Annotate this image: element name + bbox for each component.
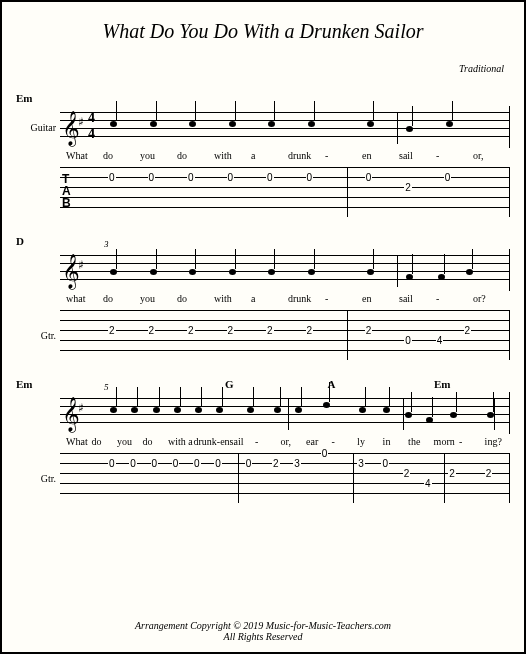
tab-fret-number: 0 (187, 172, 195, 183)
lyric-syllable: with (214, 150, 251, 161)
lyric-row: whatdoyoudowithadrunk-ensail-or? (16, 293, 510, 304)
lyric-syllable: or, (281, 436, 307, 447)
note-head (446, 121, 453, 127)
lyric-syllable: with (214, 293, 251, 304)
tab-fret-number: 2 (148, 325, 156, 336)
tab-fret-number: 4 (436, 335, 444, 346)
tab-fret-number: 0 (444, 172, 452, 183)
barline (353, 453, 354, 503)
barline (403, 398, 404, 430)
lyric-syllable: the (408, 436, 434, 447)
lyric-syllable: - (255, 436, 281, 447)
tab-clef-label: TAB (62, 173, 71, 209)
key-signature: ♯ (78, 258, 84, 273)
staff: 5𝄞♯ (60, 392, 510, 434)
lyric-syllable: do (103, 150, 140, 161)
lyric-syllable: or, (473, 150, 510, 161)
rights-line: All Rights Reserved (2, 631, 524, 642)
lyric-syllable: do (177, 150, 214, 161)
barline (238, 453, 239, 503)
chord-row: D (16, 235, 510, 249)
lyric-syllable: drunk (288, 150, 325, 161)
lyric-syllable: morn (434, 436, 460, 447)
note-head (110, 269, 117, 275)
composer-label: Traditional (16, 63, 504, 74)
lyric-syllable: What (66, 150, 103, 161)
note-head (268, 269, 275, 275)
notation-row: 5𝄞♯ (16, 392, 510, 434)
song-title: What Do You Do With a Drunken Sailor (16, 20, 510, 43)
note-head (189, 121, 196, 127)
tab-fret-number: 0 (404, 335, 412, 346)
lyric-syllable: a (251, 293, 288, 304)
note-head (229, 121, 236, 127)
lyric-syllable: - (325, 293, 362, 304)
lyric-syllable: - (325, 150, 362, 161)
note-head (247, 407, 254, 413)
note-head (195, 407, 202, 413)
tab-fret-number: 2 (448, 468, 456, 479)
tab-row: Gtr.2222222042 (16, 310, 510, 360)
tab-fret-number: 0 (266, 172, 274, 183)
sheet-music-page: What Do You Do With a Drunken Sailor Tra… (0, 0, 526, 654)
key-signature: ♯ (78, 115, 84, 130)
barline (347, 310, 348, 360)
lyric-syllable: sail (399, 150, 436, 161)
notation-row: 3𝄞♯ (16, 249, 510, 291)
note-head (110, 121, 117, 127)
tab-fret-number: 2 (404, 182, 412, 193)
lyric-syllable: - (459, 436, 485, 447)
chord-symbol: Em (16, 378, 33, 390)
lyric-row: Whatdoyoudowith adrunk-ensail-or,ear-lyi… (16, 436, 510, 447)
tab-instrument-label: Gtr. (16, 330, 60, 341)
lyric-syllable: in (383, 436, 409, 447)
tab-row: Gtr.0000000230302422 (16, 453, 510, 503)
tab-fret-number: 2 (365, 325, 373, 336)
tab-fret-number: 3 (357, 458, 365, 469)
notation-row: Guitar𝄞♯44 (16, 106, 510, 148)
tab-row: TAB000000020 (16, 167, 510, 217)
barline (397, 112, 398, 144)
lyric-syllable: ly (357, 436, 383, 447)
tab-fret-number: 0 (227, 172, 235, 183)
lyric-syllable: en (362, 293, 399, 304)
note-head (308, 121, 315, 127)
lyric-syllable: do (177, 293, 214, 304)
note-head (150, 121, 157, 127)
footer: Arrangement Copyright © 2019 Music-for-M… (2, 620, 524, 642)
chord-row: EmGAEm (16, 378, 510, 392)
tab-fret-number: 0 (321, 448, 329, 459)
lyric-syllable: ing? (485, 436, 511, 447)
lyric-syllable: a (251, 150, 288, 161)
tab-fret-number: 0 (365, 172, 373, 183)
lyric-syllable: en (362, 150, 399, 161)
barline (494, 398, 495, 430)
chord-symbol: Em (434, 378, 451, 390)
note-head (405, 412, 412, 418)
measure-number: 3 (104, 239, 109, 249)
tab-fret-number: 3 (293, 458, 301, 469)
note-head (216, 407, 223, 413)
lyric-syllable: do (143, 436, 169, 447)
tab-fret-number: 2 (108, 325, 116, 336)
tab-fret-number: 0 (245, 458, 253, 469)
note-head (323, 402, 330, 408)
lyric-syllable: you (140, 293, 177, 304)
note-head (450, 412, 457, 418)
note-head (383, 407, 390, 413)
note-head (466, 269, 473, 275)
note-head (131, 407, 138, 413)
tab-fret-number: 0 (381, 458, 389, 469)
tab-staff: 0000000230302422 (60, 453, 510, 503)
lyric-syllable: do (92, 436, 118, 447)
note-head (150, 269, 157, 275)
note-head (153, 407, 160, 413)
copyright-line: Arrangement Copyright © 2019 Music-for-M… (2, 620, 524, 631)
staff: 3𝄞♯ (60, 249, 510, 291)
tab-fret-number: 2 (272, 458, 280, 469)
tab-fret-number: 0 (172, 458, 180, 469)
instrument-label: Guitar (16, 122, 60, 133)
tab-instrument-label: Gtr. (16, 473, 60, 484)
note-head (406, 126, 413, 132)
tab-fret-number: 2 (464, 325, 472, 336)
